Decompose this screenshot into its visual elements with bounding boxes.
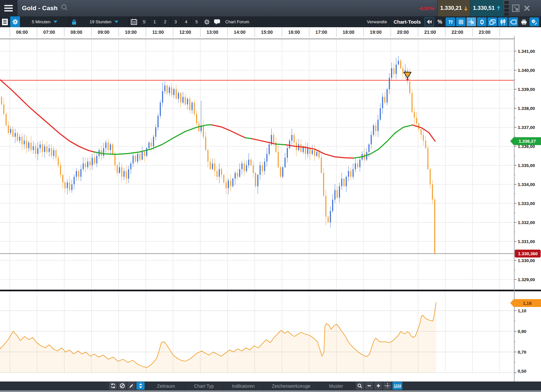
bottom-menu-zeichenwerkzeuge[interactable]: Zeichenwerkzeuge [264,382,318,390]
indicator-value-badge: 1,18 [510,299,541,307]
chevron-down-icon [53,21,57,23]
related-tab[interactable]: Verwandte [362,19,391,24]
forum-chat-button[interactable] [212,16,222,27]
bottom-menu-zeitraum[interactable]: Zeitraum [147,382,185,390]
calendar-icon [131,19,137,25]
interval-dropdown[interactable]: 5 Minuten [20,16,69,27]
buy-price-button[interactable]: 1.330,51 [470,0,503,16]
chart-tools-heading: Chart-Tools [391,19,424,25]
hamburger-icon [4,5,13,11]
price-chart[interactable]: 06:0007:0008:0009:0010:0011:0012:0013:00… [0,27,541,382]
lock-icon [71,19,77,25]
plus-icon [376,383,381,388]
back-arrow-icon [427,20,432,24]
time-label: 09:00 [98,30,110,35]
indicator-axis-label: 0,50 [518,369,526,374]
gear-pencil-icon [531,19,537,25]
bottom-menu-muster[interactable]: Muster [318,382,353,390]
layout-windows-button[interactable] [488,17,497,26]
collapse-panel-button[interactable] [136,382,145,390]
popout-icon [512,4,520,12]
price-label-button[interactable] [509,17,518,26]
panel-divider[interactable] [0,290,541,291]
price-axis-label: 1.341,00 [518,49,535,54]
text-annotation-button[interactable]: Tt [446,17,455,26]
magnifier-icon [357,383,362,388]
text-tool-icon: Tt [448,19,452,25]
time-label: 14:00 [234,30,246,35]
time-label: 17:00 [315,30,327,35]
chevron-down-icon [114,21,118,23]
window-bottom-edge [0,390,541,392]
bottom-menu-indikatoren[interactable]: Indikatoren [223,382,264,390]
chart-type-button[interactable] [477,17,487,26]
close-button[interactable] [521,0,532,16]
forum-settings-button[interactable] [202,16,212,27]
grid-icon [458,19,464,25]
price-axis-label: 1.333,00 [518,201,535,206]
indicator-axis-label: 0,70 [518,350,526,355]
lock-scale-button[interactable] [69,16,79,27]
current-price-badge: 1.330,360 [515,250,541,258]
pencil-icon [129,383,134,388]
svg-text:1.336,27: 1.336,27 [519,139,536,144]
zoom-preset-4[interactable]: 4 [181,16,191,27]
time-label: 11:00 [152,30,164,35]
draw-button[interactable] [127,382,135,390]
popout-button[interactable] [510,0,521,16]
speech-bubble-icon [214,19,220,25]
zoom-preset-1[interactable]: 1 [150,16,160,27]
gear-icon [12,19,18,25]
main-menu-button[interactable] [0,0,17,16]
edit-settings-button[interactable] [530,17,539,26]
chart-settings-button[interactable] [10,16,20,27]
chart-forum-link[interactable]: Chart Forum [222,16,252,27]
crosshair-draw-button[interactable] [467,17,476,26]
zoom-in-button[interactable] [374,382,382,390]
related-tab-label: Verwandte [367,19,387,24]
list-icon [2,18,8,26]
zoom-preset-3[interactable]: 3 [170,16,181,27]
ma-value-badge: 1.336,27 [510,137,541,145]
svg-text:1.330,360: 1.330,360 [518,251,538,256]
price-ladder-button[interactable]: 1234 [392,382,402,390]
undo-button[interactable] [425,17,434,26]
zoom-preset-5[interactable]: 5 [191,16,202,27]
bottom-menu-group: ZeitraumChart TypIndikatorenZeichenwerkz… [147,382,353,390]
zoom-button[interactable] [356,382,364,390]
sell-price-button[interactable]: 1.330,21 [437,0,470,16]
time-label: 15:00 [261,30,273,35]
range-dropdown[interactable]: 19 Stunden [79,16,129,27]
time-label: 21:00 [424,30,436,35]
price-axis-label: 1.337,00 [518,125,535,130]
compare-instrument-button[interactable] [498,17,508,26]
refresh-button[interactable] [109,382,117,390]
zoom-preset-S[interactable]: S [139,16,150,27]
time-label: 16:00 [288,30,300,35]
crosshair-cursor-button[interactable] [383,382,391,390]
gear-outline-icon [204,19,210,25]
prohibit-icon [120,383,125,388]
clear-drawings-button[interactable] [118,382,126,390]
window-drag-grip[interactable] [503,0,510,16]
search-icon[interactable] [61,4,68,12]
print-icon [521,19,527,25]
bottom-menu-chart-typ[interactable]: Chart Typ [185,382,223,390]
time-label: 12:00 [179,30,191,35]
zoom-preset-2[interactable]: 2 [160,16,170,27]
price-axis-label: 1.338,00 [518,106,535,111]
svg-text:1,18: 1,18 [523,301,532,306]
calendar-button[interactable] [129,16,139,27]
zoom-preset-group: S12345 [139,16,202,27]
chart-action-icons [109,382,145,390]
tag-icon [510,20,516,24]
percent-scale-button[interactable]: % [435,17,445,26]
time-label: 19:00 [370,30,382,35]
zoom-out-button[interactable] [365,382,373,390]
grid-toggle-button[interactable] [456,17,466,26]
close-icon [524,5,530,11]
instrument-title: Gold - Cash [22,5,58,12]
crosshair-icon [385,383,390,388]
print-button[interactable] [519,17,529,26]
watchlist-button[interactable] [0,16,10,27]
